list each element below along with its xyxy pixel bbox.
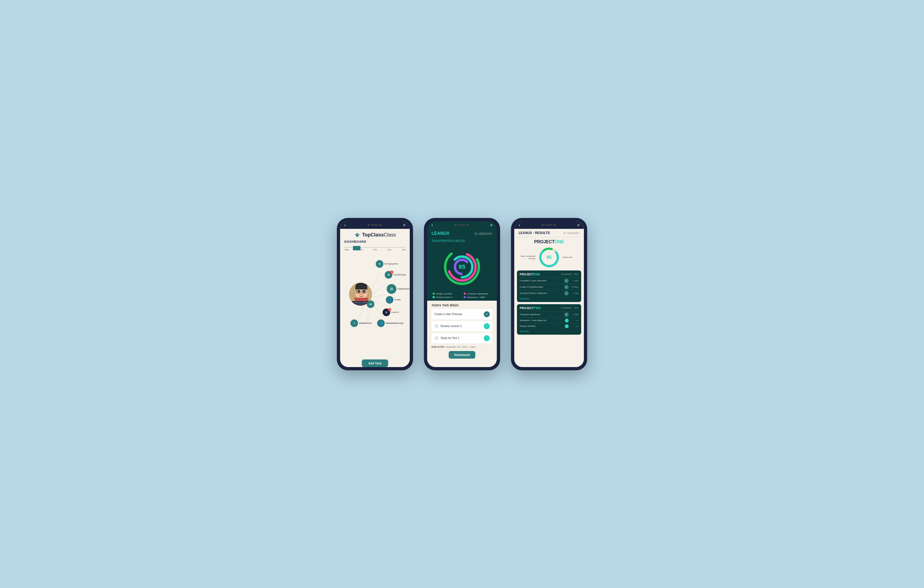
mindmap: #1DB_CALI_BOUND ID: 000532457 85 ⊕ Emerg… bbox=[345, 255, 406, 339]
phone-1-notch: ‹ ≡ bbox=[340, 221, 410, 229]
p2-header: LEANUX ID: 000532457 bbox=[427, 229, 497, 238]
legend-label-1: Design Userflow bbox=[436, 292, 452, 295]
rt1-row1-check: ✓ bbox=[564, 279, 569, 283]
notch-center-3 bbox=[542, 224, 555, 226]
rt1-header: PROJECTONE Completed Time bbox=[520, 273, 578, 276]
notch-dot-5 bbox=[542, 224, 543, 226]
rt1-row2-check: ✓ bbox=[564, 285, 569, 289]
rt1-name-highlight: ONE bbox=[534, 273, 540, 276]
dashboard-button[interactable]: Dashboard bbox=[449, 351, 475, 358]
legend-dot-purple bbox=[464, 296, 466, 298]
rt1-row3-label: Develop Problem Statement bbox=[520, 292, 564, 294]
task-clock-2: 🕐 bbox=[434, 324, 438, 328]
menu-icon-1[interactable]: ≡ bbox=[403, 223, 406, 227]
rt2-cols: Completed Time bbox=[561, 307, 578, 309]
p2-id: ID: 000532457 bbox=[475, 232, 492, 235]
p3-project-title: PROJECTONE bbox=[514, 237, 584, 245]
p3-project-one-highlight: ONE bbox=[554, 239, 564, 244]
menu-icon-3[interactable]: ≡ bbox=[578, 223, 579, 227]
notch-center-1 bbox=[368, 224, 381, 226]
notch-line-2 bbox=[457, 225, 465, 226]
svg-rect-1 bbox=[356, 235, 358, 237]
tasks-label: TASKSINPROGRESS bbox=[427, 238, 497, 243]
rt1-row1-label: Complete 3 User Interviews bbox=[520, 279, 564, 282]
notch-center-2 bbox=[455, 224, 468, 226]
phone-2: ‹ ≡ LEANUX ID: 000532457 TASKSINPROGRESS bbox=[424, 218, 500, 370]
notch-dot-1 bbox=[368, 224, 369, 226]
svg-point-14 bbox=[358, 290, 360, 292]
notch-line-3 bbox=[544, 225, 553, 226]
rt2-row1-check: ✓ bbox=[564, 312, 569, 317]
back-arrow-1[interactable]: ‹ bbox=[345, 223, 346, 227]
rt2-name-highlight: TWO bbox=[534, 306, 541, 310]
phone-1-inner: ‹ ≡ TopClassClass bbox=[340, 221, 410, 367]
task-check-1: ✓ bbox=[484, 311, 490, 317]
add-task-button[interactable]: Add Task bbox=[362, 359, 388, 367]
rt1-row-3: Develop Problem Statement ✓ -1 day bbox=[520, 290, 578, 296]
rt1-row-2: Create 3 Empathy Maps ✓ +2 days bbox=[520, 284, 578, 290]
rt2-col-time: Time bbox=[574, 307, 578, 309]
legend-design-userflow: Design Userflow bbox=[432, 292, 460, 295]
task-item-2[interactable]: 🕐 Review Lecture 3 bbox=[432, 321, 492, 331]
p2-title-lean: LEAN bbox=[432, 231, 444, 236]
task-item-3[interactable]: 🕐 Study for Test 1 bbox=[432, 333, 492, 344]
node-digitalmedia[interactable]: ⚙ DigitalMedia bbox=[387, 284, 409, 294]
p3-id: ID: 000532457 bbox=[563, 232, 579, 235]
donut-chart: 85 bbox=[443, 248, 481, 286]
node-profile[interactable]: 👤 Profile bbox=[386, 296, 401, 304]
rt2-row2-label: Brainstorm - How Might We bbox=[520, 319, 565, 322]
legend-dot-green bbox=[432, 292, 435, 295]
legend-dot-pink bbox=[464, 292, 466, 295]
phone-3-inner: ‹ ≡ LEANUX - RESULTS ID: 000532457 PROJE… bbox=[514, 221, 584, 367]
legend-label-2: Compose Hypothesis bbox=[467, 292, 488, 295]
notch-dot-3 bbox=[455, 224, 456, 226]
phone-3-notch: ‹ ≡ bbox=[514, 221, 584, 229]
task-circle-3 bbox=[484, 335, 490, 341]
rt2-see-more[interactable]: See More bbox=[520, 330, 578, 332]
menu-icon-2[interactable]: ≡ bbox=[490, 223, 492, 227]
legend-dot-cyan bbox=[432, 296, 435, 298]
p3-label-right: Tasks late bbox=[563, 256, 579, 258]
task-clock-3: 🕐 bbox=[434, 336, 438, 340]
node-emergingtech[interactable]: ⊕ EmergingTech bbox=[376, 260, 398, 268]
legend-label-3: Review lecture 3 bbox=[436, 296, 452, 299]
task-label-2: Review Lecture 3 bbox=[441, 325, 462, 328]
rt2-row-3: Design Userflow — bbox=[520, 323, 578, 329]
phone-3: ‹ ≡ LEANUX - RESULTS ID: 000532457 PROJE… bbox=[511, 218, 587, 370]
legend-label-4: Brainstorm - HMW bbox=[467, 296, 485, 299]
tasks-week-title: TASKS THIS WEEK: bbox=[432, 304, 492, 307]
results-table-2: PROJECTTWO Completed Time Compose Hypoth… bbox=[517, 304, 581, 335]
rt2-row3-time: — bbox=[570, 325, 578, 328]
dashboard-title: DASHBOARD bbox=[345, 240, 406, 243]
legend-brainstorm-hmw: Brainstorm - HMW bbox=[464, 296, 492, 299]
phone-3-content: LEANUX - RESULTS ID: 000532457 PROJECTON… bbox=[514, 229, 584, 367]
node-visualdesign[interactable]: 🖥 2 VisualDesign bbox=[385, 271, 406, 279]
back-arrow-3[interactable]: ‹ bbox=[518, 223, 520, 227]
task-label-3: Study for Test 1 bbox=[441, 337, 459, 340]
rt1-row3-time: -1 day bbox=[570, 292, 578, 294]
rt2-row2-dot bbox=[565, 319, 569, 322]
timeline: Sept Oct Nov Dec Jan bbox=[345, 247, 406, 251]
notch-line-1 bbox=[370, 225, 378, 226]
phone-2-notch: ‹ ≡ bbox=[427, 221, 497, 229]
rt1-see-more[interactable]: See More bbox=[520, 297, 578, 300]
rt2-col-completed: Completed bbox=[561, 307, 572, 309]
donut-score: 85 bbox=[459, 263, 465, 271]
rt1-col-time: Time bbox=[574, 273, 578, 275]
phones-container: ‹ ≡ TopClassClass bbox=[337, 218, 587, 370]
score-badge: 85 bbox=[367, 301, 375, 308]
rt2-row1-label: Compose Hypothesis bbox=[520, 313, 564, 315]
node-leanux[interactable]: ⊛ 4 LeanUX bbox=[383, 309, 399, 316]
rt1-col-completed: Completed bbox=[561, 273, 572, 275]
node-socialmedia[interactable]: ↗ SocialMedia bbox=[350, 319, 371, 327]
rt2-row-2: Brainstorm - How Might We — bbox=[520, 317, 578, 323]
task-label-1: Create a User Persona bbox=[434, 313, 462, 315]
rt2-row3-label: Design Userflow bbox=[520, 325, 565, 327]
due-date: DUE DATE: November 1st, 2021 - 11pm bbox=[432, 345, 492, 348]
rt1-name: PROJECTONE bbox=[520, 273, 540, 276]
notch-dot-4 bbox=[467, 224, 468, 226]
rt1-row-1: Complete 3 User Interviews ✓ -1 day bbox=[520, 277, 578, 284]
node-interactiondesign[interactable]: 👥 InteractionDesign bbox=[377, 319, 404, 327]
task-item-1[interactable]: Create a User Persona ✓ bbox=[432, 309, 492, 319]
back-arrow-2[interactable]: ‹ bbox=[432, 223, 433, 227]
